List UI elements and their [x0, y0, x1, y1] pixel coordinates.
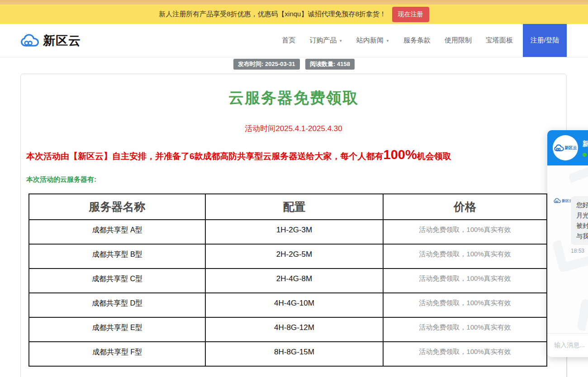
server-list-label: 本次活动的云服务器有: — [26, 175, 561, 184]
chevron-down-icon: ▼ — [339, 39, 342, 43]
server-name: 成都共享型 C型 — [29, 269, 205, 293]
server-name: 成都共享型 E型 — [29, 317, 205, 342]
article-intro: 本次活动由【新区云】自主安排，并准备了6款成都高防共享型云服务器送给大家，每个人… — [26, 147, 561, 164]
message-line: 您好 — [576, 200, 588, 210]
server-name: 成都共享型 B型 — [29, 244, 205, 269]
register-now-button[interactable]: 现在注册 — [392, 7, 429, 22]
server-config: 4H-8G-12M — [205, 317, 383, 342]
message-line: 与我 — [576, 231, 588, 241]
message-avatar: 新区云 — [554, 198, 573, 203]
chat-widget: 新区云 新区云 在线 新区云 您好 月光 被封 与我 18:53 输入消息... — [547, 130, 588, 357]
nav-item-limits[interactable]: 使用限制 — [445, 36, 472, 45]
col-header-config: 配置 — [205, 194, 383, 220]
cloud-logo-icon — [554, 144, 564, 152]
brand-logo[interactable]: 新区云 — [20, 33, 81, 49]
nav-menu: 首页 订购产品▼ 站内新闻▼ 服务条款 使用限制 宝塔面板 — [282, 36, 513, 45]
intro-highlight: 100% — [384, 147, 417, 162]
nav-item-news[interactable]: 站内新闻▼ — [356, 36, 389, 45]
article-title: 云服务器免费领取 — [26, 88, 561, 108]
server-table: 服务器名称 配置 价格 成都共享型 A型 1H-2G-3M 活动免费领取，100… — [28, 193, 547, 367]
server-price: 活动免费领取，100%真实有效 — [383, 220, 547, 244]
col-header-server-name: 服务器名称 — [29, 194, 205, 220]
meta-badges: 发布时间: 2025-03-31 阅读数量: 4158 — [0, 57, 588, 69]
table-row: 成都共享型 E型 4H-8G-12M 活动免费领取，100%真实有效 — [29, 317, 547, 342]
nav-item-home[interactable]: 首页 — [282, 36, 295, 45]
brand-name: 新区云 — [43, 33, 81, 49]
chevron-down-icon: ▼ — [386, 39, 389, 43]
chat-body: 新区云 您好 月光 被封 与我 18:53 — [547, 165, 588, 333]
chat-timestamp: 18:53 — [571, 248, 584, 254]
chat-input-placeholder: 输入消息... — [554, 341, 585, 349]
chat-avatar-brand: 新区云 — [565, 145, 577, 151]
server-config: 2H-2G-5M — [205, 244, 383, 269]
nav-item-products[interactable]: 订购产品▼ — [309, 36, 342, 45]
top-strip — [0, 0, 588, 5]
navbar: 新区云 首页 订购产品▼ 站内新闻▼ 服务条款 使用限制 宝塔面板 注册/登陆 — [0, 24, 588, 57]
watermark-shape — [576, 298, 588, 333]
promo-banner: 新人注册所有产品享受8折优惠，优惠码【xinqu】诚招代理免预存8折拿货！ 现在… — [0, 5, 588, 24]
message-line: 被封 — [576, 221, 588, 231]
cloud-logo-icon — [554, 198, 561, 203]
register-login-button[interactable]: 注册/登陆 — [523, 24, 567, 57]
chat-message-input[interactable]: 输入消息... — [547, 333, 588, 357]
server-name: 成都共享型 A型 — [29, 220, 205, 244]
server-price: 活动免费领取，100%真实有效 — [383, 293, 547, 317]
divider — [567, 357, 567, 377]
read-count-badge: 阅读数量: 4158 — [305, 59, 355, 70]
col-header-price: 价格 — [383, 194, 547, 220]
server-price: 活动免费领取，100%真实有效 — [383, 244, 547, 269]
nav-item-terms[interactable]: 服务条款 — [403, 36, 431, 45]
chat-title: 新区云 — [583, 140, 588, 148]
publish-time-badge: 发布时间: 2025-03-31 — [233, 59, 299, 70]
server-config: 4H-4G-10M — [205, 293, 383, 317]
server-price: 活动免费领取，100%真实有效 — [383, 317, 547, 342]
table-row: 成都共享型 B型 2H-2G-5M 活动免费领取，100%真实有效 — [29, 244, 547, 269]
article-card: 云服务器免费领取 活动时间2025.4.1-2025.4.30 本次活动由【新区… — [20, 74, 567, 377]
server-config: 8H-8G-15M — [205, 342, 383, 366]
server-price: 活动免费领取，100%真实有效 — [383, 342, 547, 366]
server-name: 成都共享型 F型 — [29, 342, 205, 366]
message-line: 月光 — [576, 210, 588, 221]
server-name: 成都共享型 D型 — [29, 293, 205, 317]
promo-text: 新人注册所有产品享受8折优惠，优惠码【xinqu】诚招代理免预存8折拿货！ — [159, 10, 386, 19]
server-config: 2H-4G-8M — [205, 269, 383, 293]
table-row: 成都共享型 D型 4H-4G-10M 活动免费领取，100%真实有效 — [29, 293, 547, 317]
chat-header: 新区云 新区云 在线 — [547, 130, 588, 165]
chat-message-bubble: 您好 月光 被封 与我 — [571, 196, 588, 245]
table-row: 成都共享型 C型 2H-4G-8M 活动免费领取，100%真实有效 — [29, 269, 547, 293]
server-config: 1H-2G-3M — [205, 220, 383, 244]
server-price: 活动免费领取，100%真实有效 — [383, 269, 547, 293]
cloud-logo-icon — [20, 33, 39, 48]
online-status-dot — [583, 153, 587, 157]
chat-avatar: 新区云 — [553, 135, 578, 160]
table-header-row: 服务器名称 配置 价格 — [29, 194, 547, 220]
activity-period: 活动时间2025.4.1-2025.4.30 — [26, 123, 561, 134]
chat-status: 在线 — [583, 151, 588, 159]
nav-item-baota-panel[interactable]: 宝塔面板 — [486, 36, 513, 45]
table-row: 成都共享型 F型 8H-8G-15M 活动免费领取，100%真实有效 — [29, 342, 547, 366]
table-row: 成都共享型 A型 1H-2G-3M 活动免费领取，100%真实有效 — [29, 220, 547, 244]
